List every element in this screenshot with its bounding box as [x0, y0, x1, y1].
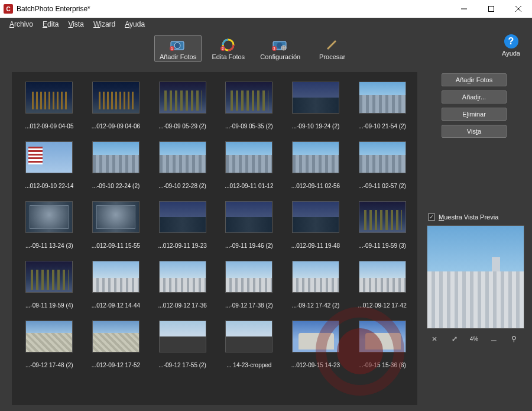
titlebar: BatchPhoto Enterprise*: [0, 0, 532, 18]
thumbnail-label: ...012-09-12 17-36: [158, 302, 207, 309]
thumbnail-label: ...-09-12 17-48 (2): [25, 362, 73, 368]
toolbar-edit-photos[interactable]: 2 Edita Fotos: [206, 35, 250, 62]
color-wheel-icon: 2: [220, 38, 236, 52]
thumbnail-image: [92, 141, 140, 173]
thumbnail-label: ...-09-11 19-46 (2): [225, 242, 273, 249]
show-preview-label: Muestra Vista Previa: [439, 213, 498, 221]
svg-rect-0: [489, 7, 494, 12]
show-preview-checkbox[interactable]: ✓ Muestra Vista Previa: [428, 213, 521, 221]
toolbar-process-label: Procesar: [319, 53, 345, 60]
thumbnail-cell[interactable]: ...012-09-11 19-48: [287, 201, 345, 249]
thumbnail-cell[interactable]: ...-09-12 17-48 (2): [20, 321, 79, 368]
zoom-in-icon[interactable]: ⚲: [507, 335, 520, 343]
checkbox-icon: ✓: [428, 213, 435, 221]
thumbnail-label: ...012-09-09 04-05: [25, 123, 73, 130]
menu-wizard[interactable]: Wizard: [89, 19, 120, 30]
add-photos-button[interactable]: Añadir Fotos: [442, 73, 507, 86]
action-buttons: Añadir Fotos Añadir... Eliminar Vista: [427, 73, 521, 138]
minimize-button[interactable]: [450, 0, 478, 18]
thumbnail-label: ...-09-12 17-38 (2): [225, 302, 273, 309]
maximize-button[interactable]: [478, 0, 505, 18]
toolbar-help[interactable]: ? Ayuda: [502, 34, 520, 57]
thumbnail-cell[interactable]: ...-09-11 13-24 (3): [20, 201, 79, 249]
fit-icon[interactable]: ⤫: [428, 335, 441, 343]
thumbnail-image: [225, 141, 273, 173]
thumbnail-label: ...012-09-09 04-06: [92, 123, 140, 130]
thumbnail-label: ...-09-10 22-24 (2): [92, 183, 140, 189]
preview-image[interactable]: [427, 225, 524, 329]
thumbnail-cell[interactable]: ...-09-11 02-57 (2): [353, 141, 411, 189]
thumbnail-cell[interactable]: ...012-09-09 04-05: [20, 82, 79, 130]
thumbnail-image: [292, 82, 339, 114]
thumbnail-cell[interactable]: ...-09-11 19-59 (3): [353, 201, 411, 249]
thumbnail-image: [25, 201, 73, 233]
menu-archivo[interactable]: Archivo: [5, 19, 38, 30]
thumbnail-image: [159, 201, 206, 233]
thumbnail-cell[interactable]: ...-09-10 21-54 (2): [353, 82, 411, 130]
fullscreen-icon[interactable]: ⤢: [448, 335, 461, 343]
close-button[interactable]: [505, 0, 532, 18]
delete-button[interactable]: Eliminar: [442, 108, 507, 121]
add-button[interactable]: Añadir...: [442, 90, 507, 103]
thumbnail-cell[interactable]: ...012-09-09 04-06: [87, 82, 145, 130]
thumbnail-image: [292, 141, 339, 173]
thumbnail-image: [25, 321, 73, 352]
thumbnail-cell[interactable]: ...012-09-11 15-55: [87, 201, 145, 249]
thumbnail-cell[interactable]: ...012-09-12 17-36: [153, 261, 212, 309]
thumbnail-cell[interactable]: ...012-09-11 02-56: [287, 141, 345, 189]
thumbnail-image: [225, 261, 273, 293]
thumbnail-cell[interactable]: ...-09-12 17-55 (2): [153, 321, 212, 368]
thumbnail-cell[interactable]: ...-09-10 22-28 (2): [153, 141, 212, 189]
zoom-out-icon[interactable]: ⚊: [488, 335, 501, 343]
toolbar: 1 Añadir Fotos 2 Edita Fotos 3 Configura…: [0, 31, 532, 66]
thumbnail-label: ...012-09-11 19-23: [158, 242, 207, 249]
thumbnail-image: [25, 82, 73, 114]
thumbnail-cell[interactable]: ...012-09-12 17-52: [87, 321, 145, 368]
thumbnail-cell[interactable]: ...012-09-12 17-42: [353, 261, 411, 309]
menu-vista[interactable]: Vista: [63, 19, 88, 30]
thumbnail-label: ...-09-11 19-59 (4): [25, 302, 73, 309]
thumbnail-label: ...-09-10 19-24 (2): [292, 123, 340, 130]
thumbnail-image: [92, 201, 140, 233]
thumbnail-cell[interactable]: ...-09-09 05-35 (2): [220, 82, 278, 130]
toolbar-process[interactable]: Procesar: [310, 35, 354, 62]
view-button[interactable]: Vista: [442, 125, 507, 138]
thumbnail-cell[interactable]: ...012-09-12 14-44: [87, 261, 145, 309]
thumbnail-label: ...012-09-11 19-48: [291, 242, 340, 249]
thumbnail-cell[interactable]: ...012-09-15 14-23: [287, 321, 345, 368]
thumbnail-label: ...012-09-10 22-14: [25, 183, 73, 189]
thumbnail-label: ... 14-23-cropped: [226, 362, 271, 368]
thumbnail-cell[interactable]: ...-09-12 17-38 (2): [220, 261, 278, 309]
thumbnail-label: ...012-09-11 01-12: [225, 183, 273, 189]
thumbnail-image: [359, 82, 406, 114]
thumbnail-cell[interactable]: ... 14-23-cropped: [220, 321, 278, 368]
thumbnail-cell[interactable]: ...-09-11 19-59 (4): [20, 261, 79, 309]
thumbnail-image: [292, 201, 339, 233]
thumbnail-label: ...-09-09 05-29 (2): [158, 123, 206, 130]
thumbnail-cell[interactable]: ...-09-10 22-24 (2): [87, 141, 145, 189]
thumbnail-image: [225, 201, 273, 233]
menu-edita[interactable]: Edita: [38, 19, 63, 30]
thumbnail-cell[interactable]: ...-09-15 15-36 (6): [353, 321, 411, 368]
thumbnail-cell[interactable]: ...012-09-10 22-14: [20, 141, 79, 189]
thumbnail-cell[interactable]: ...012-09-11 19-23: [153, 201, 212, 249]
thumbnail-cell[interactable]: ...-09-11 19-46 (2): [220, 201, 278, 249]
thumbnail-cell[interactable]: ...-09-10 19-24 (2): [287, 82, 345, 130]
window-title: BatchPhoto Enterprise*: [17, 5, 450, 13]
help-icon: ?: [504, 34, 518, 48]
thumbnail-image: [159, 321, 206, 352]
menubar: Archivo Edita Vista Wizard Ayuda: [0, 18, 532, 31]
toolbar-add-photos[interactable]: 1 Añadir Fotos: [154, 35, 202, 62]
thumbnail-image: [25, 261, 73, 293]
thumbnail-cell[interactable]: ...-09-12 17-42 (2): [287, 261, 345, 309]
thumbnail-cell[interactable]: ...012-09-11 01-12: [220, 141, 278, 189]
thumbnail-grid: ...012-09-09 04-05...012-09-09 04-06...-…: [20, 82, 411, 368]
thumbnail-image: [359, 321, 406, 352]
thumbnail-cell[interactable]: ...-09-09 05-29 (2): [153, 82, 212, 130]
toolbar-config[interactable]: 3 Configuración: [255, 35, 306, 62]
thumbnail-label: ...-09-11 19-59 (3): [358, 242, 406, 249]
svg-point-2: [174, 43, 180, 48]
thumbnail-grid-panel[interactable]: ...012-09-09 04-05...012-09-09 04-06...-…: [12, 72, 417, 405]
window-controls: [450, 0, 532, 18]
menu-ayuda[interactable]: Ayuda: [120, 19, 150, 30]
